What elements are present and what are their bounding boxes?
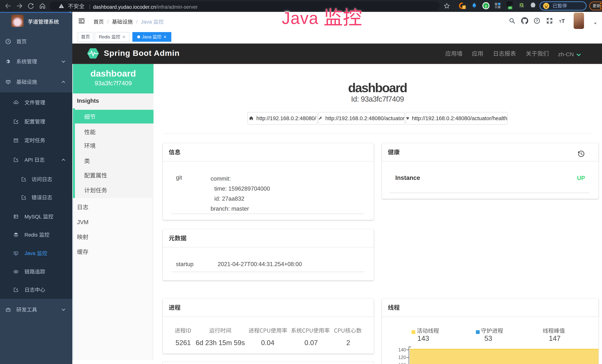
svg-text:?: ? bbox=[536, 19, 538, 23]
svg-text:T: T bbox=[559, 19, 562, 23]
svg-text:T: T bbox=[561, 18, 565, 24]
svg-text:1: 1 bbox=[463, 6, 465, 9]
svg-text:y: y bbox=[485, 4, 487, 8]
svg-text:on: on bbox=[509, 7, 512, 9]
